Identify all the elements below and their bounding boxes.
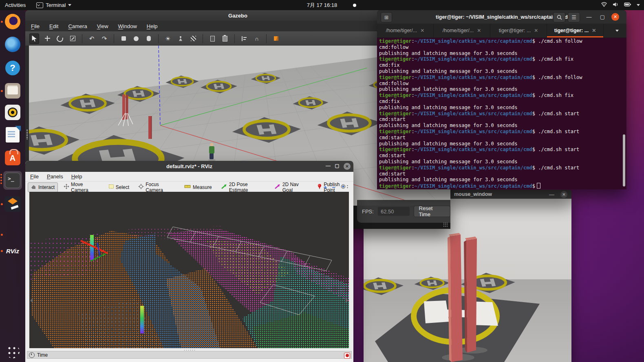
gazebo-tool-move-icon[interactable]: [43, 34, 52, 44]
gazebo-tool-sun-icon[interactable]: ☀: [163, 34, 172, 44]
battery-icon[interactable]: [624, 2, 632, 9]
terminal-tab-2[interactable]: /home/tiger/...✕: [434, 24, 490, 37]
focus-icon: [138, 184, 144, 191]
toolbar-separator: [82, 34, 82, 43]
terminal-titlebar[interactable]: ⊞ tiger@tiger: ~/VISIM_single/catkin_ws/…: [377, 10, 626, 24]
rviz-tool-focus[interactable]: Focus Camera: [135, 182, 179, 192]
views-button[interactable]: [340, 184, 349, 191]
dock-item-firefox[interactable]: [3, 12, 22, 31]
network-icon[interactable]: ?: [601, 2, 607, 9]
tab-label: /home/tiger/...: [443, 28, 474, 33]
fps-label: FPS:: [362, 208, 374, 215]
reset-time-button[interactable]: Reset Time: [414, 206, 450, 217]
gazebo-tool-cylinder-icon[interactable]: [144, 34, 153, 44]
rviz-tool-nav[interactable]: 2D Nav Goal: [271, 182, 311, 192]
hamburger-menu-icon[interactable]: ☰: [568, 12, 580, 22]
gazebo-menu-help[interactable]: Help: [147, 23, 158, 29]
rviz-titlebar[interactable]: default.rviz* - RViz — ▢ ✕: [25, 161, 353, 172]
gazebo-tool-redo-icon[interactable]: ↷: [100, 34, 109, 44]
resize-grip[interactable]: [443, 222, 448, 227]
gazebo-menu-view[interactable]: View: [97, 23, 108, 29]
gazebo-tool-model-icon[interactable]: [271, 34, 280, 44]
firefox-icon: [5, 14, 20, 29]
chevron-down-icon[interactable]: [637, 4, 640, 6]
tab-close-icon[interactable]: ✕: [534, 28, 538, 33]
gazebo-tool-align-icon[interactable]: [240, 34, 249, 44]
zoom-out-button[interactable]: −: [332, 184, 335, 191]
dock-item-rviz[interactable]: RViz: [3, 241, 22, 260]
clock[interactable]: 7月 17 16:18: [0, 2, 644, 9]
rviz-tool-measure[interactable]: Measure: [181, 182, 215, 192]
gazebo-tool-rays-icon[interactable]: [189, 34, 198, 44]
terminal-tab-4[interactable]: tiger@tiger: ...✕: [547, 24, 604, 37]
gazebo-tool-copy-icon[interactable]: [208, 34, 217, 44]
gazebo-tool-rotate-icon[interactable]: [55, 34, 64, 44]
gazebo-tool-spot-icon[interactable]: [176, 34, 185, 44]
gazebo-menu-edit[interactable]: Edit: [49, 23, 58, 29]
scale-icon: [70, 36, 75, 41]
rviz-menu-file[interactable]: File: [30, 173, 39, 180]
close-icon[interactable]: ✕: [560, 191, 567, 198]
maximize-icon[interactable]: ▢: [598, 12, 607, 22]
zoom-in-button[interactable]: +: [323, 184, 327, 191]
volume-icon[interactable]: [612, 2, 619, 9]
time-panel-header[interactable]: Time: [27, 351, 352, 359]
gazebo-tool-paste-icon[interactable]: [221, 34, 229, 44]
new-tab-button[interactable]: ⊞: [381, 12, 392, 22]
rviz-menu-help[interactable]: Help: [71, 173, 82, 180]
close-icon[interactable]: ✕: [344, 163, 351, 170]
terminal-tab-1[interactable]: /home/tiger/...✕: [377, 24, 434, 37]
terminal-tab-3[interactable]: tiger@tiger: ...✕: [490, 24, 547, 37]
gazebo-tool-select-icon[interactable]: [29, 33, 39, 44]
panel-collapse-arrow-right[interactable]: [346, 298, 348, 303]
running-indicator: [1, 234, 3, 236]
dock-item-apps[interactable]: [3, 342, 22, 361]
close-icon[interactable]: ✕: [611, 13, 619, 21]
minimize-icon[interactable]: —: [324, 163, 332, 169]
terminal-scrollbar-thumb[interactable]: [623, 134, 625, 186]
search-icon[interactable]: [553, 12, 565, 22]
rviz-tool-interact[interactable]: Interact: [28, 182, 58, 192]
minimize-icon[interactable]: —: [584, 12, 594, 22]
gazebo-tool-undo-icon[interactable]: ↶: [87, 34, 96, 44]
dock-item-rhythmbox[interactable]: [3, 103, 22, 122]
dock-item-files[interactable]: [3, 81, 22, 100]
activities-button[interactable]: Activities: [5, 2, 26, 8]
minimize-icon[interactable]: —: [549, 191, 554, 197]
dock-item-terminal-app[interactable]: >_: [3, 171, 22, 190]
tab-label: tiger@tiger: ...: [554, 28, 589, 33]
app-menu[interactable]: Terminal: [36, 2, 71, 8]
rviz-tool-movecam[interactable]: Move Camera: [60, 182, 103, 192]
gazebo-tool-sphere-icon[interactable]: [132, 34, 141, 44]
dock-item-help[interactable]: ?: [3, 59, 22, 77]
dock-item-writer[interactable]: [3, 125, 22, 144]
dock-item-software[interactable]: A: [3, 149, 22, 167]
panel-collapse-arrow-left[interactable]: [30, 298, 33, 303]
rviz-3d-viewport[interactable]: [29, 192, 349, 348]
gazebo-tool-magnet-icon[interactable]: ∩: [252, 34, 261, 44]
terminal-line: publishing and latching message for 3.0 …: [379, 105, 626, 111]
rviz-tool-select[interactable]: Select: [105, 182, 132, 192]
terminal-output[interactable]: tiger@tiger:~/VISIM_single/catkin_ws/src…: [377, 38, 626, 189]
tab-list-dropdown[interactable]: [610, 24, 624, 37]
gazebo-menu-file[interactable]: File: [31, 23, 40, 29]
redo-icon: ↷: [102, 35, 107, 42]
mouse-window-titlebar[interactable]: mouse_window — ✕: [449, 190, 571, 199]
dock-item-thunderbird[interactable]: [3, 35, 22, 54]
dock-item-gazebo[interactable]: [3, 195, 22, 213]
terminal-line: tiger@tiger:~/VISIM_single/catkin_ws/src…: [379, 38, 626, 44]
maximize-icon[interactable]: ▢: [333, 163, 341, 169]
tab-close-icon[interactable]: ✕: [420, 28, 424, 33]
toolbar-separator: [158, 34, 159, 43]
tab-close-icon[interactable]: ✕: [592, 28, 596, 33]
terminal-line: publishing and latching message for 3.0 …: [379, 68, 626, 75]
fps-value: 62.50: [378, 207, 410, 216]
gazebo-menu-window[interactable]: Window: [118, 23, 137, 29]
gazebo-menu-camera[interactable]: Camera: [68, 23, 87, 29]
rviz-tool-pose[interactable]: 2D Pose Estimate: [218, 182, 269, 192]
tab-close-icon[interactable]: ✕: [477, 28, 481, 33]
gazebo-tool-scale-icon[interactable]: [68, 34, 77, 44]
rviz-menu-panels[interactable]: Panels: [47, 173, 63, 180]
time-panel-close-button[interactable]: [344, 353, 350, 359]
gazebo-tool-box-icon[interactable]: [119, 34, 128, 44]
